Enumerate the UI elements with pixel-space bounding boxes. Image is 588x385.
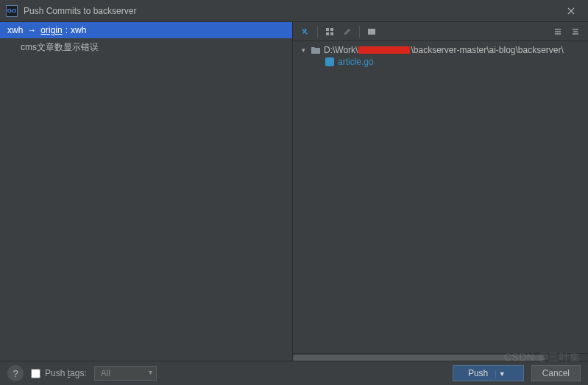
files-panel: ▾ D:\Work\ \backserver-master\ai-blog\ba…	[293, 22, 588, 361]
group-button[interactable]	[322, 24, 338, 40]
remote-branch: xwh	[71, 25, 86, 35]
file-name: article.go	[338, 57, 374, 67]
svg-rect-2	[326, 32, 329, 35]
preview-button[interactable]	[364, 24, 380, 40]
window-title: Push Commits to backserver	[24, 6, 560, 16]
preview-icon	[367, 27, 376, 36]
push-button[interactable]: Push ▼	[453, 365, 524, 381]
svg-rect-4	[368, 29, 375, 35]
path-suffix: \backserver-master\ai-blog\backserver\	[411, 45, 563, 55]
grid-icon	[325, 27, 334, 36]
footer: ? Push tags: All Push ▼ Cancel	[0, 361, 588, 385]
expand-icon	[553, 27, 562, 36]
colon: :	[65, 25, 68, 35]
remote-name[interactable]: origin	[40, 25, 62, 35]
toolbar-separator	[317, 26, 318, 38]
redacted-segment	[358, 46, 410, 54]
collapse-icon	[571, 27, 580, 36]
horizontal-scrollbar[interactable]	[293, 353, 588, 361]
arrow-icon: →	[27, 25, 36, 35]
content-area: xwh → origin : xwh cms文章数显示错误	[0, 22, 588, 361]
app-icon: GO	[6, 5, 18, 17]
cancel-button[interactable]: Cancel	[531, 365, 581, 381]
path-prefix: D:\Work\	[324, 45, 358, 55]
help-button[interactable]: ?	[7, 365, 24, 381]
push-dropdown-arrow[interactable]: ▼	[495, 370, 509, 378]
svg-rect-3	[330, 32, 333, 35]
title-bar: GO Push Commits to backserver	[0, 0, 588, 22]
folder-icon	[311, 46, 321, 54]
push-tags-label: Push tags:	[45, 368, 87, 378]
file-tree[interactable]: ▾ D:\Work\ \backserver-master\ai-blog\ba…	[293, 41, 588, 353]
edit-icon	[343, 27, 352, 36]
svg-rect-0	[326, 28, 329, 31]
commits-panel: xwh → origin : xwh cms文章数显示错误	[0, 22, 293, 361]
local-branch: xwh	[7, 25, 23, 35]
close-icon	[567, 7, 575, 15]
go-file-icon	[325, 57, 334, 66]
edit-button[interactable]	[339, 24, 355, 40]
chevron-down-icon[interactable]: ▾	[299, 46, 308, 54]
tree-folder-row[interactable]: ▾ D:\Work\ \backserver-master\ai-blog\ba…	[299, 44, 582, 56]
expand-all-button[interactable]	[550, 24, 566, 40]
pin-icon	[301, 27, 310, 36]
commit-item[interactable]: cms文章数显示错误	[0, 38, 292, 57]
close-button[interactable]	[560, 0, 582, 22]
push-tags-checkbox[interactable]: Push tags:	[31, 368, 87, 378]
push-button-label: Push	[468, 368, 488, 378]
push-tags-input[interactable]	[31, 369, 40, 378]
scrollbar-thumb[interactable]	[293, 355, 544, 361]
collapse-all-button[interactable]	[567, 24, 584, 40]
pin-button[interactable]	[297, 24, 314, 40]
files-toolbar	[293, 22, 588, 41]
toolbar-separator	[359, 26, 360, 38]
branch-row[interactable]: xwh → origin : xwh	[0, 22, 292, 38]
tree-file-row[interactable]: article.go	[299, 56, 582, 68]
svg-rect-1	[330, 28, 333, 31]
push-tags-select[interactable]: All	[94, 366, 157, 381]
